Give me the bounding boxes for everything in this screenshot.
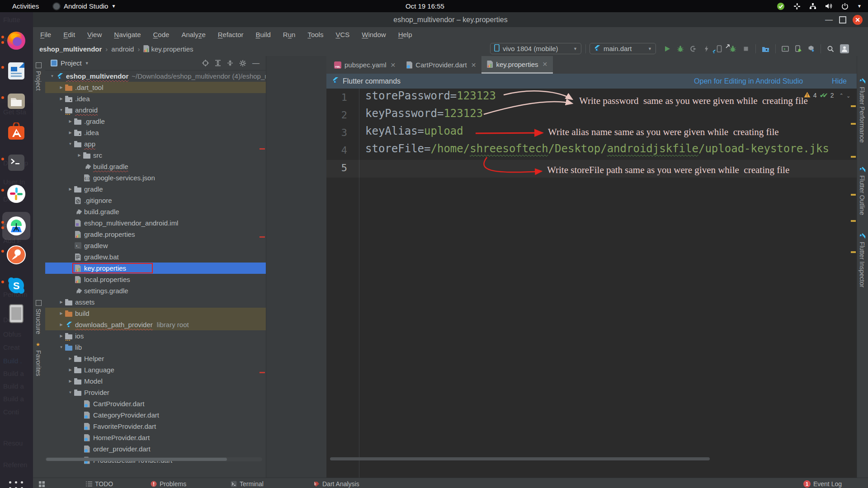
project-horizontal-scrollbar[interactable]	[45, 457, 262, 461]
tree-item-src[interactable]: ▶src	[45, 150, 266, 161]
profile-icon[interactable]	[690, 45, 697, 52]
screenshot-pinwheel-icon[interactable]	[793, 3, 801, 10]
menu-refactor[interactable]: Refactor	[218, 31, 244, 38]
close-tab-icon[interactable]: ✕	[391, 61, 396, 69]
tree-chevron[interactable]: ▶	[58, 311, 65, 315]
tree-item-Model[interactable]: ▶Model	[45, 375, 266, 387]
bolt-icon[interactable]	[703, 45, 710, 52]
dock-item-files[interactable]	[6, 91, 27, 112]
tree-item-.idea[interactable]: ▶.idea	[45, 127, 266, 138]
stripe-structure[interactable]: Structure	[35, 300, 42, 334]
tree-item-gradle[interactable]: ▶gradle	[45, 183, 266, 195]
tree-chevron[interactable]: ▶	[67, 119, 74, 123]
toolwindow-todo[interactable]: TODO	[86, 478, 113, 488]
locate-icon[interactable]	[202, 60, 209, 66]
tree-item-android[interactable]: ▼android	[45, 104, 266, 116]
menu-navigate[interactable]: Navigate	[114, 31, 141, 38]
dock-item-slack[interactable]	[6, 183, 27, 204]
run-icon[interactable]	[664, 45, 671, 52]
stripe-flutter-inspector[interactable]: Flutter Inspector	[859, 232, 866, 287]
app-menu[interactable]: Android Studio▼	[52, 0, 116, 12]
tree-item-assets[interactable]: ▶assets	[45, 296, 266, 308]
sdk-manager-icon[interactable]	[807, 45, 815, 52]
dock-item-ubuntu-software[interactable]	[6, 122, 27, 142]
code-line-4[interactable]: storeFile=/home/shreesoftech/Desktop/and…	[365, 142, 829, 155]
dock-item-device[interactable]	[6, 303, 27, 324]
tree-item-CartProvider.dart[interactable]: CartProvider.dart	[45, 398, 266, 409]
network-icon[interactable]	[809, 3, 816, 9]
stripe-project[interactable]: Project	[35, 62, 42, 91]
tab-pubspec.yaml[interactable]: YMLpubspec.yaml✕	[329, 56, 401, 74]
tool-window-switcher-icon[interactable]	[38, 478, 45, 488]
breadcrumb-item[interactable]: eshop_multivendor	[39, 45, 102, 53]
editor-content[interactable]: 12345 storePassword=123123keyPassword=12…	[326, 89, 857, 478]
tree-item-CategoryProvider.dart[interactable]: CategoryProvider.dart	[45, 409, 266, 421]
activities-button[interactable]: Activities	[12, 0, 39, 12]
avd-manager-icon[interactable]	[795, 45, 802, 52]
tree-item-FavoriteProvider.dart[interactable]: FavoriteProvider.dart	[45, 421, 266, 432]
close-tab-icon[interactable]: ✕	[542, 61, 548, 68]
status-badge-icon[interactable]	[777, 2, 785, 10]
tree-item-lib[interactable]: ▼lib	[45, 342, 266, 353]
stripe-flutter-outline[interactable]: Flutter Outline	[859, 166, 866, 215]
stripe-flutter-performance[interactable]: Flutter Performance	[859, 77, 866, 143]
hide-icon[interactable]: —	[252, 61, 259, 66]
code-line-3[interactable]: keyAlias=upload	[365, 125, 463, 137]
tree-item-.dart_tool[interactable]: ▶.dart_tool	[45, 82, 266, 93]
tree-item-downloads_path_provider[interactable]: ▶downloads_path_providerlibrary root	[45, 319, 266, 330]
tree-item-eshop_multivendor_android.iml[interactable]: eshop_multivendor_android.iml	[45, 217, 266, 229]
open-in-android-studio-link[interactable]: Open for Editing in Android Studio	[694, 77, 803, 85]
tree-item-gradle.properties[interactable]: gradle.properties	[45, 229, 266, 240]
tree-chevron[interactable]: ▼	[67, 142, 74, 146]
toolwindow-terminal[interactable]: Terminal	[231, 478, 264, 488]
collapse-all-icon[interactable]	[227, 60, 233, 66]
tree-item-Helper[interactable]: ▶Helper	[45, 353, 266, 364]
tree-item-build[interactable]: ▶build	[45, 308, 266, 319]
close-tab-icon[interactable]: ✕	[471, 61, 476, 69]
menu-build[interactable]: Build	[255, 31, 270, 38]
volume-icon[interactable]	[825, 3, 833, 9]
tree-item-gradlew.bat[interactable]: gradlew.bat	[45, 251, 266, 263]
tree-chevron[interactable]: ▼	[49, 74, 56, 78]
prev-problem-icon[interactable]: ⌃	[840, 93, 844, 99]
show-applications-button[interactable]	[9, 481, 24, 488]
code-line-1[interactable]: storePassword=123123	[365, 89, 496, 102]
tree-item-gradlew[interactable]: ›_gradlew	[45, 240, 266, 251]
tree-chevron[interactable]: ▼	[58, 108, 65, 112]
minimize-button[interactable]: —	[825, 15, 833, 24]
breadcrumb-item[interactable]: android	[111, 45, 134, 53]
tab-CartProvider.dart[interactable]: CartProvider.dart✕	[401, 56, 481, 74]
avatar-icon[interactable]	[840, 44, 849, 53]
tree-item-HomeProvider.dart[interactable]: HomeProvider.dart	[45, 432, 266, 443]
tree-chevron[interactable]: ▶	[58, 300, 65, 304]
tree-item-Language[interactable]: ▶Language	[45, 364, 266, 375]
tree-chevron[interactable]: ▶	[67, 131, 74, 135]
tree-item-settings.gradle[interactable]: settings.gradle	[45, 285, 266, 296]
tree-item-key.properties[interactable]: key.properties	[45, 263, 266, 274]
gear-icon[interactable]	[239, 60, 246, 67]
flutter-attach-icon[interactable]	[716, 45, 723, 52]
tree-item-app[interactable]: ▼app	[45, 138, 266, 150]
toolwindow-problems[interactable]: Problems	[151, 478, 186, 488]
tree-chevron[interactable]: ▶	[67, 368, 74, 372]
menu-file[interactable]: File	[40, 31, 51, 38]
power-icon[interactable]	[841, 3, 849, 10]
expand-all-icon[interactable]	[215, 60, 221, 66]
project-pane-dropdown[interactable]: ▼	[85, 61, 89, 66]
dock-item-terminal[interactable]	[6, 152, 27, 173]
tree-item-Provider[interactable]: ▼Provider	[45, 387, 266, 398]
debug-icon[interactable]	[677, 45, 684, 52]
tree-item-eshop_multivendor[interactable]: ▼eshop_multivendor~/Downloads/eshop_mult…	[45, 70, 266, 82]
tree-chevron[interactable]: ▶	[67, 379, 74, 383]
menu-view[interactable]: View	[87, 31, 102, 38]
tree-chevron[interactable]: ▼	[58, 345, 65, 349]
menu-window[interactable]: Window	[362, 31, 386, 38]
menu-run[interactable]: Run	[283, 31, 296, 38]
menu-vcs[interactable]: VCS	[335, 31, 349, 38]
inspection-widget[interactable]: 4 ✔✔ 2 ⌃ ⌃	[804, 91, 850, 99]
menu-tools[interactable]: Tools	[307, 31, 323, 38]
breadcrumb-item[interactable]: key.properties	[143, 45, 193, 53]
menu-edit[interactable]: Edit	[63, 31, 75, 38]
debug-attach-icon[interactable]	[729, 45, 736, 52]
editor-horizontal-scrollbar[interactable]	[330, 457, 710, 460]
